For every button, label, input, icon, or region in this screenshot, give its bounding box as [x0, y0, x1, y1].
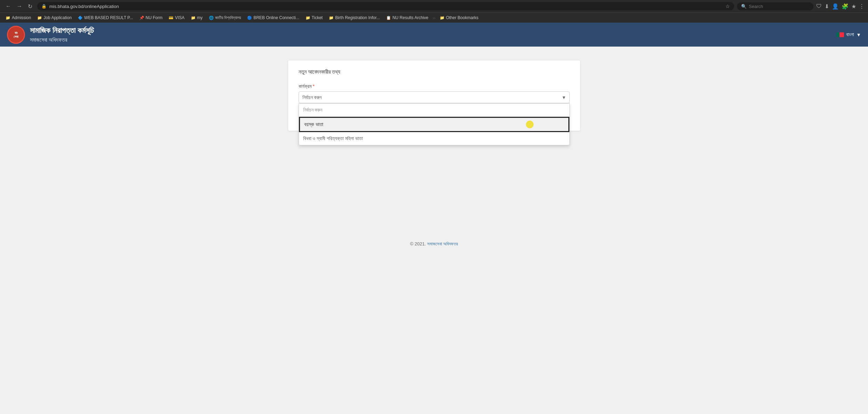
bookmark-visa[interactable]: 💳 VISA — [166, 14, 187, 21]
bookmark-breb[interactable]: 🔵 BREB Online Connecti... — [244, 14, 302, 21]
extensions-icon[interactable]: 🧩 — [842, 3, 849, 10]
logo-text: বাংসেবা — [14, 31, 18, 39]
site-header: বাংসেবা সামাজিক নিরাপত্তা কর্মসূচি সমাজস… — [0, 23, 868, 47]
browser-toolbar: ← → ↻ 🔒 ☆ 🔍 🛡 ⬇ 👤 🧩 ★ ⋮ — [0, 0, 868, 13]
folder-icon: 📁 — [306, 16, 310, 20]
footer-copyright: © 2021. — [410, 241, 426, 246]
site-header-right: বাংলা ▼ — [836, 32, 861, 38]
bookmark-national-university[interactable]: 🌐 জাতীয় বিশ্ববিদ্যালয় — [206, 14, 244, 21]
language-label[interactable]: বাংলা — [846, 32, 854, 38]
bookmark-birth-label: Birth Registration Infor... — [335, 15, 380, 20]
bookmark-nu-results-label: NU Results Archive — [392, 15, 428, 20]
address-bar[interactable]: 🔒 ☆ — [37, 2, 734, 10]
search-input[interactable] — [749, 4, 809, 9]
bookmark-nu-form-label: NU Form — [146, 15, 163, 20]
form-label-program: কার্যক্রম* — [299, 83, 570, 89]
bookmark-admission-label: Admission — [12, 15, 31, 20]
bookmarks-bar: 📁 Admission 📁 Job Application 🔷 WEB BASE… — [0, 13, 868, 23]
card-icon: 💳 — [169, 16, 173, 20]
form-card: নতুন আবেদনকারীর তথ্য কার্যক্রম* নির্বাচন… — [288, 60, 580, 131]
bookmark-my[interactable]: 📁 my — [188, 14, 205, 21]
site-footer: © 2021. সমাজসেবা অধিদফতর — [0, 234, 868, 254]
bookmark-visa-label: VISA — [175, 15, 184, 20]
label-text: কার্যক্রম — [299, 83, 311, 89]
dropdown-default-option[interactable]: নির্বাচন করুন — [299, 104, 569, 117]
folder-icon: 📁 — [329, 16, 334, 20]
bookmark-admission[interactable]: 📁 Admission — [3, 14, 34, 21]
cursor-indicator — [526, 121, 534, 128]
site-header-left: বাংসেবা সামাজিক নিরাপত্তা কর্মসূচি সমাজস… — [7, 25, 94, 44]
main-content: নতুন আবেদনকারীর তথ্য কার্যক্রম* নির্বাচন… — [278, 54, 591, 138]
bookmark-web-result[interactable]: 🔷 WEB BASED RESULT P... — [75, 14, 136, 21]
back-button[interactable]: ← — [3, 2, 13, 10]
folder-icon: 📁 — [6, 16, 10, 20]
download-icon[interactable]: ⬇ — [825, 3, 829, 10]
bookmark-job-label: Job Application — [43, 15, 72, 20]
highlighted-box[interactable]: বয়স্ক ভাতা — [299, 117, 569, 132]
site-title-main: সামাজিক নিরাপত্তা কর্মসূচি — [30, 25, 94, 36]
form-group-program: কার্যক্রম* নির্বাচন করুন বয়স্ক ভাতা বিধ… — [299, 83, 570, 103]
form-section-title: নতুন আবেদনকারীর তথ্য — [299, 69, 570, 75]
program-select[interactable]: নির্বাচন করুন বয়স্ক ভাতা বিধবা ও স্বামী… — [299, 91, 570, 103]
dropdown-highlighted-row: বয়স্ক ভাতা — [299, 117, 569, 132]
toolbar-icons: 🛡 ⬇ 👤 🧩 ★ ⋮ — [816, 3, 865, 10]
site-title: সামাজিক নিরাপত্তা কর্মসূচি সমাজসেবা অধিদ… — [30, 25, 94, 44]
flag-icon — [836, 32, 844, 37]
bookmark-ticket-label: Ticket — [312, 15, 323, 20]
bookmark-other[interactable]: 📁 Other Bookmarks — [437, 14, 481, 21]
shield-icon[interactable]: 🛡 — [816, 3, 822, 9]
bookmark-job-application[interactable]: 📁 Job Application — [34, 14, 74, 21]
bookmark-breb-label: BREB Online Connecti... — [253, 15, 299, 20]
diamond-icon: 🔷 — [78, 16, 83, 20]
settings-icon[interactable]: ⋮ — [859, 3, 865, 10]
footer-org-link[interactable]: সমাজসেবা অধিদফতর — [427, 241, 458, 246]
bookmark-star-icon[interactable]: ☆ — [725, 3, 730, 9]
bookmark-my-label: my — [197, 15, 203, 20]
bookmark-nu-form[interactable]: 📌 NU Form — [137, 14, 165, 21]
dropdown-menu: নির্বাচন করুন বয়স্ক ভাতা — [299, 103, 570, 145]
clipboard-icon: 📋 — [386, 16, 391, 20]
dropdown-option-2[interactable]: বিধবা ও স্বামী পরিত্যক্তা মহিলা ভাতা — [299, 132, 569, 145]
highlighted-item-label: বয়স্ক ভাতা — [304, 121, 323, 128]
pin-icon: 📌 — [139, 16, 144, 20]
site-title-sub: সমাজসেবা অধিদফতর — [30, 36, 94, 44]
bookmark-nu-label: জাতীয় বিশ্ববিদ্যালয় — [215, 15, 241, 20]
language-dropdown-icon[interactable]: ▼ — [856, 32, 861, 38]
required-marker: * — [313, 83, 315, 89]
bookmark-ticket[interactable]: 📁 Ticket — [303, 14, 326, 21]
url-input[interactable] — [49, 4, 723, 9]
folder-icon: 📁 — [37, 16, 42, 20]
globe-icon: 🌐 — [209, 16, 214, 20]
browser-chrome: ← → ↻ 🔒 ☆ 🔍 🛡 ⬇ 👤 🧩 ★ ⋮ 📁 Admission — [0, 0, 868, 23]
profile-icon[interactable]: 👤 — [832, 3, 839, 10]
bookmark-web-label: WEB BASED RESULT P... — [84, 15, 133, 20]
folder-icon: 📁 — [440, 16, 445, 20]
folder-icon: 📁 — [191, 16, 196, 20]
bookmark-icon[interactable]: ★ — [851, 3, 856, 10]
circle-icon: 🔵 — [247, 16, 252, 20]
bookmark-birth-reg[interactable]: 📁 Birth Registration Infor... — [326, 14, 383, 21]
search-icon: 🔍 — [741, 4, 747, 9]
search-bar[interactable]: 🔍 — [737, 2, 813, 10]
nav-buttons: ← → ↻ — [3, 2, 34, 10]
bookmark-other-label: Other Bookmarks — [446, 15, 478, 20]
site-logo: বাংসেবা — [7, 26, 25, 44]
bookmark-separator: ›› — [432, 15, 436, 21]
lock-icon: 🔒 — [41, 4, 47, 9]
select-wrapper: নির্বাচন করুন বয়স্ক ভাতা বিধবা ও স্বামী… — [299, 91, 570, 103]
forward-button[interactable]: → — [15, 2, 24, 10]
refresh-button[interactable]: ↻ — [26, 2, 34, 10]
bookmark-nu-results[interactable]: 📋 NU Results Archive — [383, 14, 431, 21]
